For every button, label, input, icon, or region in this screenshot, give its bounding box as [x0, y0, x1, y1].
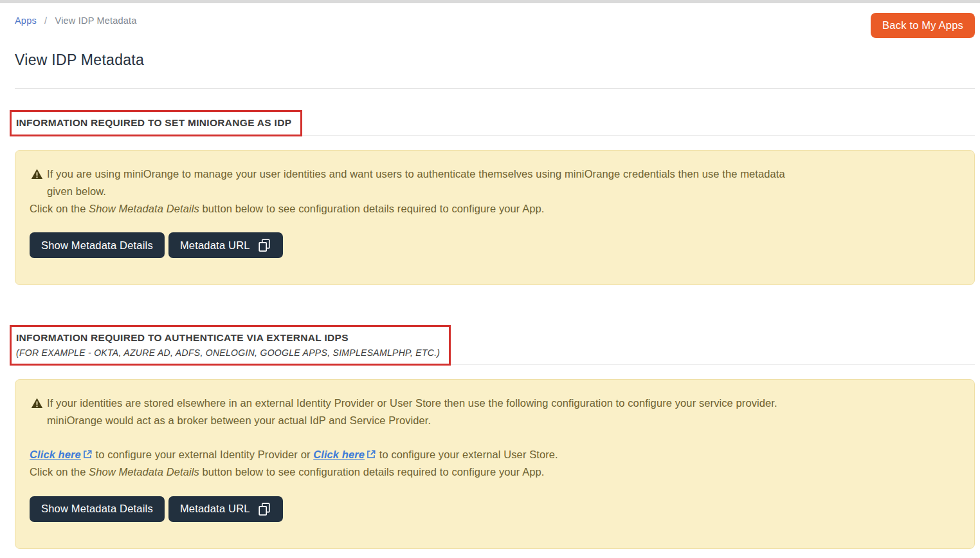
- section-header-miniorange-idp: INFORMATION REQUIRED TO SET MINIORANGE A…: [15, 110, 975, 136]
- links-line-text: to configure your external Identity Prov…: [93, 449, 313, 460]
- instruction-suffix: button below to see configuration detail…: [199, 466, 545, 478]
- breadcrumb-apps-link[interactable]: Apps: [15, 15, 37, 26]
- metadata-url-button[interactable]: Metadata URL: [168, 496, 283, 522]
- button-label: Metadata URL: [180, 239, 250, 252]
- configure-external-idp-link[interactable]: Click here: [30, 449, 81, 460]
- alert-instruction-line: Click on the Show Metadata Details butto…: [30, 200, 960, 218]
- alert-lead: If your identities are stored elsewhere …: [30, 395, 960, 429]
- instruction-prefix: Click on the: [30, 466, 89, 478]
- links-line-text: to configure your external User Store.: [376, 449, 558, 460]
- instruction-prefix: Click on the: [30, 203, 89, 214]
- breadcrumb-current: View IDP Metadata: [55, 15, 137, 26]
- show-metadata-details-button[interactable]: Show Metadata Details: [30, 232, 165, 258]
- window-top-border: [0, 0, 980, 3]
- section-subheading: (FOR EXAMPLE - OKTA, AZURE AD, ADFS, ONE…: [16, 348, 440, 358]
- page-title: View IDP Metadata: [15, 51, 975, 69]
- metadata-url-button[interactable]: Metadata URL: [168, 232, 283, 258]
- instruction-suffix: button below to see configuration detail…: [199, 203, 545, 214]
- page-container: Apps / View IDP Metadata Back to My Apps…: [0, 13, 980, 549]
- miniorange-idp-alert: If you are using miniOrange to manage yo…: [15, 150, 975, 285]
- alert-line-2: given below.: [47, 183, 785, 200]
- instruction-emphasis: Show Metadata Details: [89, 203, 199, 214]
- alert-button-row: Show Metadata Details Metadata URL: [30, 232, 960, 258]
- red-annotation-box: INFORMATION REQUIRED TO SET MINIORANGE A…: [10, 110, 302, 136]
- section-heading: INFORMATION REQUIRED TO AUTHENTICATE VIA…: [16, 332, 440, 344]
- external-idps-alert: If your identities are stored elsewhere …: [15, 379, 975, 549]
- warning-icon: [31, 397, 43, 409]
- alert-links-line: Click here to configure your external Id…: [30, 446, 960, 463]
- back-to-my-apps-button[interactable]: Back to My Apps: [871, 13, 975, 38]
- alert-lead-text: If your identities are stored elsewhere …: [47, 395, 777, 429]
- alert-line-1: If you are using miniOrange to manage yo…: [47, 165, 785, 183]
- button-label: Show Metadata Details: [41, 503, 153, 515]
- show-metadata-details-button[interactable]: Show Metadata Details: [30, 496, 165, 522]
- page-header: Apps / View IDP Metadata Back to My Apps: [15, 13, 975, 38]
- section-heading: INFORMATION REQUIRED TO SET MINIORANGE A…: [16, 117, 291, 129]
- external-link-icon: [366, 449, 376, 460]
- section-header-external-idps: INFORMATION REQUIRED TO AUTHENTICATE VIA…: [15, 325, 975, 365]
- copy-icon: [257, 502, 271, 516]
- copy-icon: [257, 238, 271, 252]
- breadcrumb: Apps / View IDP Metadata: [15, 13, 137, 26]
- external-link-icon: [82, 449, 93, 460]
- breadcrumb-separator: /: [44, 15, 47, 26]
- alert-button-row: Show Metadata Details Metadata URL: [30, 496, 960, 522]
- button-label: Show Metadata Details: [41, 239, 153, 252]
- configure-external-user-store-link[interactable]: Click here: [313, 449, 365, 460]
- warning-icon: [31, 168, 43, 180]
- header-divider: [15, 88, 975, 89]
- instruction-emphasis: Show Metadata Details: [89, 466, 199, 478]
- alert-lead: If you are using miniOrange to manage yo…: [30, 165, 960, 200]
- alert-instruction-line: Click on the Show Metadata Details butto…: [30, 463, 960, 481]
- alert-line-2: miniOrange would act as a broker between…: [47, 412, 777, 429]
- red-annotation-box: INFORMATION REQUIRED TO AUTHENTICATE VIA…: [10, 325, 451, 366]
- alert-lead-text: If you are using miniOrange to manage yo…: [47, 165, 785, 200]
- button-label: Metadata URL: [180, 503, 250, 515]
- alert-line-1: If your identities are stored elsewhere …: [47, 395, 777, 412]
